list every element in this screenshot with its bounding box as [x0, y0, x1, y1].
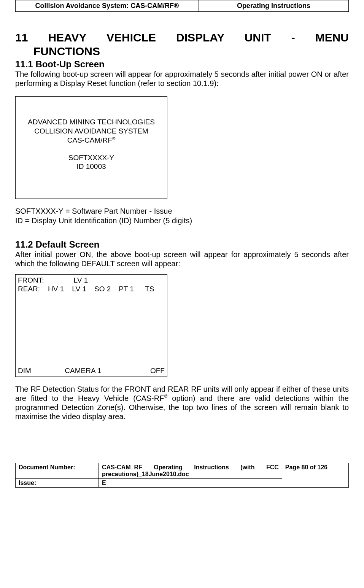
default-front-row: FRONT:LV 1 — [18, 276, 165, 285]
section-title-line1: HEAVY VEHICLE DISPLAY UNIT - MENU — [48, 31, 349, 44]
bootup-line-3: CAS-CAM/RF® — [67, 136, 116, 145]
default-off: OFF — [150, 367, 165, 375]
default-screen-box: FRONT:LV 1 REAR:HV 1LV 1SO 2PT 1TS DIM C… — [15, 274, 167, 377]
bootup-line-5: ID 10003 — [76, 162, 106, 171]
header-right: Operating Instructions — [199, 0, 348, 12]
bootup-line-4: SOFTXXXX-Y — [68, 153, 114, 162]
footer-issue-value: E — [99, 479, 282, 488]
section-title-line2: FUNCTIONS — [15, 44, 349, 58]
footer-issue-label: Issue: — [16, 479, 99, 488]
section-11-1-intro: The following boot-up screen will appear… — [15, 70, 349, 88]
footer-page-info: Page 80 of 126 — [282, 463, 348, 488]
footer-table: Document Number: CAS-CAM_RF Operating In… — [15, 463, 349, 488]
section-number: 11 — [15, 31, 28, 44]
bootup-line-2: COLLISION AVOIDANCE SYSTEM — [34, 127, 148, 136]
default-bottom-row: DIM CAMERA 1 OFF — [18, 367, 165, 375]
header-left: Collision Avoidance System: CAS-CAM/RF® — [16, 0, 199, 12]
section-11-2-heading: 11.2 Default Screen — [15, 239, 349, 250]
bootup-screen-box: ADVANCED MINING TECHNOLOGIES COLLISION A… — [15, 96, 167, 199]
section-11-heading: 11 HEAVY VEHICLE DISPLAY UNIT - MENU FUN… — [15, 31, 349, 58]
header-table: Collision Avoidance System: CAS-CAM/RF® … — [15, 0, 349, 12]
footer-doc-value: CAS-CAM_RF Operating Instructions (with … — [99, 463, 282, 479]
bootup-explanation: SOFTXXXX-Y = Software Part Number - Issu… — [15, 207, 349, 226]
footer-doc-label: Document Number: — [16, 463, 99, 479]
default-camera: CAMERA 1 — [65, 367, 101, 375]
default-rear-row: REAR:HV 1LV 1SO 2PT 1TS — [18, 285, 165, 294]
section-11-2-intro: After initial power ON, the above boot-u… — [15, 250, 349, 268]
explain-line-1: SOFTXXXX-Y = Software Part Number - Issu… — [15, 207, 349, 216]
default-dim: DIM — [18, 367, 31, 375]
bootup-line-1: ADVANCED MINING TECHNOLOGIES — [28, 118, 155, 127]
section-11-2-para: The RF Detection Status for the FRONT an… — [15, 385, 349, 421]
explain-line-2: ID = Display Unit Identification (ID) Nu… — [15, 216, 349, 226]
section-11-1-heading: 11.1 Boot-Up Screen — [15, 59, 349, 70]
